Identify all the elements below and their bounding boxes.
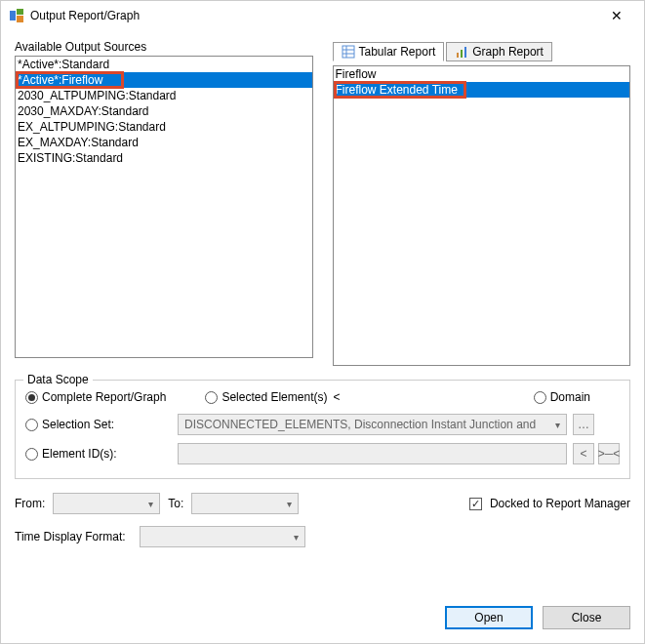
pick-icon: >─<: [598, 447, 621, 461]
docked-label: Docked to Report Manager: [490, 497, 630, 510]
combo-value: DISCONNECTED_ELEMENTS, Disconnection Ins…: [184, 418, 536, 431]
list-item[interactable]: 2030_ALTPUMPING:Standard: [16, 88, 312, 103]
element-id-buttons: < >─<: [573, 443, 620, 464]
list-item-label: Fireflow Extended Time: [336, 83, 458, 97]
list-item[interactable]: EX_ALTPUMPING:Standard: [16, 119, 312, 135]
report-tabs: Tabular Report Graph Report: [333, 40, 631, 63]
close-button[interactable]: Close: [543, 606, 630, 629]
time-format-label: Time Display Format:: [15, 530, 126, 543]
tab-tabular-report[interactable]: Tabular Report: [333, 42, 445, 61]
radio-icon: [25, 419, 38, 431]
open-button[interactable]: Open: [445, 606, 533, 629]
chevron-left-icon: <: [580, 447, 586, 461]
svg-rect-9: [464, 47, 466, 58]
scope-radio-row: Complete Report/Graph Selected Element(s…: [25, 390, 620, 404]
docked-checkbox[interactable]: [469, 498, 482, 510]
radio-complete[interactable]: Complete Report/Graph: [25, 390, 166, 404]
radio-icon: [205, 391, 218, 404]
scope-inputs: Selection Set: DISCONNECTED_ELEMENTS, Di…: [25, 414, 620, 464]
list-item-label: *Active*:Fireflow: [18, 73, 102, 87]
prev-button[interactable]: <: [573, 443, 594, 464]
content-area: Available Output Sources *Active*:Standa…: [1, 30, 644, 592]
report-panel: Tabular Report Graph Report Fireflow Fir…: [333, 40, 631, 366]
time-range-row: From: ▾ To: ▾ Docked to Report Manager: [15, 493, 630, 514]
top-panels: Available Output Sources *Active*:Standa…: [15, 40, 630, 366]
selection-set-browse-button[interactable]: …: [573, 414, 594, 435]
app-icon: [9, 8, 24, 23]
radio-icon: [25, 391, 38, 404]
time-format-combo[interactable]: ▾: [140, 526, 305, 547]
report-list[interactable]: Fireflow Fireflow Extended Time: [333, 65, 631, 366]
from-combo[interactable]: ▾: [53, 493, 160, 514]
radio-label: Domain: [550, 390, 590, 404]
from-label: From:: [15, 497, 45, 510]
selection-set-combo[interactable]: DISCONNECTED_ELEMENTS, Disconnection Ins…: [178, 414, 567, 435]
close-icon[interactable]: ✕: [597, 8, 636, 23]
chevron-down-icon: ▾: [294, 532, 299, 543]
dialog-window: Output Report/Graph ✕ Available Output S…: [0, 0, 645, 644]
tab-graph-report[interactable]: Graph Report: [446, 42, 552, 61]
radio-element-ids[interactable]: Element ID(s):: [25, 447, 172, 461]
titlebar: Output Report/Graph ✕: [1, 1, 644, 30]
element-ids-input[interactable]: [178, 443, 567, 464]
graph-icon: [455, 45, 468, 59]
time-format-row: Time Display Format: ▾: [15, 526, 630, 547]
list-item[interactable]: EX_MAXDAY:Standard: [16, 135, 312, 150]
list-item[interactable]: EXISTING:Standard: [16, 150, 312, 166]
radio-icon: [534, 391, 546, 404]
dialog-footer: Open Close: [1, 592, 644, 643]
tab-label: Tabular Report: [359, 45, 436, 59]
button-label: Open: [474, 611, 503, 624]
radio-selection-set[interactable]: Selection Set:: [25, 418, 172, 431]
button-label: Close: [572, 611, 602, 624]
radio-label: Element ID(s):: [42, 447, 117, 461]
radio-label: Selected Element(s): [222, 390, 327, 404]
radio-icon: [25, 448, 38, 461]
chevron-left-icon: <: [333, 390, 340, 404]
pick-button[interactable]: >─<: [598, 443, 620, 464]
tab-label: Graph Report: [472, 45, 544, 59]
tabular-icon: [342, 45, 355, 59]
available-sources-label: Available Output Sources: [15, 40, 313, 54]
list-item[interactable]: 2030_MAXDAY:Standard: [16, 103, 312, 119]
chevron-down-icon: ▾: [287, 499, 292, 509]
list-item[interactable]: *Active*:Standard: [16, 57, 312, 72]
svg-rect-1: [17, 9, 23, 15]
svg-rect-0: [10, 11, 16, 20]
svg-rect-8: [461, 50, 463, 58]
available-sources-panel: Available Output Sources *Active*:Standa…: [15, 40, 313, 366]
window-title: Output Report/Graph: [30, 9, 597, 22]
svg-rect-7: [457, 53, 459, 58]
chevron-down-icon: ▾: [148, 499, 153, 509]
radio-label: Complete Report/Graph: [42, 390, 166, 404]
list-item[interactable]: *Active*:Fireflow: [16, 72, 312, 88]
radio-selected-elements[interactable]: Selected Element(s) <: [205, 390, 340, 404]
data-scope-group: Data Scope Complete Report/Graph Selecte…: [15, 380, 630, 479]
radio-label: Selection Set:: [42, 418, 114, 431]
list-item[interactable]: Fireflow: [334, 66, 630, 82]
radio-domain[interactable]: Domain: [534, 390, 590, 404]
list-item[interactable]: Fireflow Extended Time: [334, 82, 630, 98]
svg-rect-3: [343, 46, 354, 58]
to-combo[interactable]: ▾: [191, 493, 299, 514]
chevron-down-icon: ▾: [555, 420, 560, 430]
to-label: To:: [168, 497, 183, 510]
available-sources-list[interactable]: *Active*:Standard *Active*:Fireflow 2030…: [15, 56, 313, 358]
data-scope-legend: Data Scope: [23, 373, 93, 386]
svg-rect-2: [17, 16, 23, 22]
